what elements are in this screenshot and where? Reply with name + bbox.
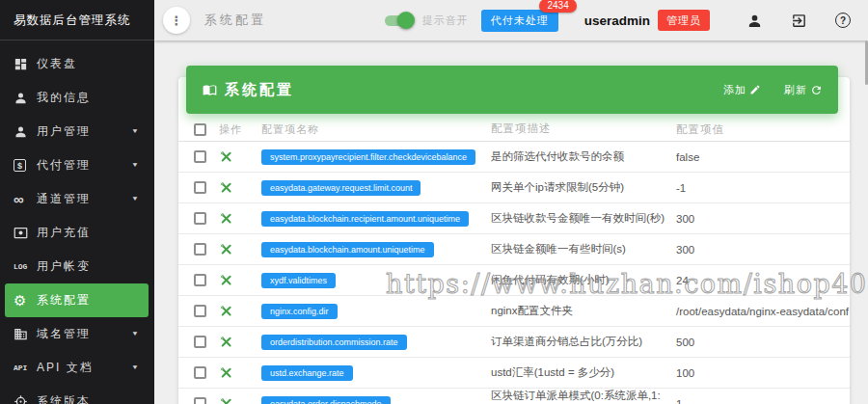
refresh-button[interactable]: 刷新: [784, 83, 823, 97]
edit-config-button[interactable]: [219, 149, 233, 164]
sidebar-item-my-info[interactable]: 我的信息 ▼: [5, 81, 149, 115]
config-name-badge[interactable]: easydata.gateway.request.limit.count: [261, 180, 420, 196]
sound-toggle[interactable]: [385, 15, 412, 26]
header-value: 配置项值: [676, 122, 850, 137]
topbar-right: 提示音开 代付未处理 2434 useradmin 管理员 ?: [385, 10, 868, 32]
more-vert-icon: ⋮: [171, 13, 183, 28]
config-value: 300: [676, 244, 850, 256]
config-value: 500: [676, 337, 850, 348]
target-icon: [14, 394, 37, 404]
sidebar-item-user-recharge[interactable]: 用户充值 ▼: [5, 216, 149, 250]
config-name-badge[interactable]: nginx.config.dir: [261, 304, 338, 319]
table-row: easydata.blockchain.amount.uniquetime 区块…: [178, 234, 850, 265]
row-checkbox[interactable]: [194, 212, 206, 225]
sidebar-item-label: 域名管理: [37, 326, 91, 342]
panel-actions: 添加 刷新: [723, 83, 823, 97]
config-description: 区块链收款号金额唯一有效时间(秒): [491, 211, 676, 227]
config-name-badge[interactable]: easydata.blockchain.amount.uniquetime: [261, 242, 434, 257]
sidebar-item-system-version[interactable]: 系统版本 ▼: [5, 385, 149, 404]
sidebar: 易数据后台管理系统 仪表盘 ▼ 我的信息 ▼ 用户管理 ▼ $ 代付管理 ▼ ∞…: [0, 0, 154, 404]
table-header-row: 操作 配置项名称 配置项描述 配置项值: [178, 118, 850, 142]
config-value: -1: [676, 182, 850, 194]
edit-config-button[interactable]: [219, 242, 233, 256]
logout-icon: [791, 13, 807, 29]
infinity-icon: ∞: [14, 192, 37, 206]
config-value: 24: [676, 275, 850, 286]
api-icon: API: [14, 364, 37, 372]
panel-title: 系统配置: [225, 81, 294, 99]
config-name-badge[interactable]: easydata.order.dispachmode: [261, 396, 391, 404]
chevron-down-icon: ▼: [131, 162, 141, 169]
pending-badge-label: 代付未处理: [491, 14, 549, 26]
sidebar-item-proxy-pay-management[interactable]: $ 代付管理 ▼: [5, 148, 149, 182]
tools-icon: [219, 396, 233, 404]
sidebar-item-label: 系统版本: [37, 393, 91, 404]
chevron-down-icon: ▼: [131, 331, 141, 337]
table-row: nginx.config.dir nginx配置文件夹 /root/easyda…: [178, 296, 850, 327]
edit-config-button[interactable]: [219, 180, 233, 195]
table-row: ustd.exchange.rate ustd汇率(1ustd = 多少分) 1…: [178, 358, 850, 389]
sidebar-item-label: 通道管理: [37, 191, 91, 207]
edit-config-button[interactable]: [219, 273, 233, 287]
sidebar-item-dashboard[interactable]: 仪表盘 ▼: [5, 47, 149, 81]
row-checkbox[interactable]: [194, 150, 206, 163]
domain-icon: [14, 327, 37, 341]
pending-proxy-pay-badge[interactable]: 代付未处理 2434: [481, 10, 558, 32]
sidebar-item-domain-management[interactable]: 域名管理 ▼: [5, 317, 149, 351]
role-badge: 管理员: [658, 10, 710, 31]
row-checkbox[interactable]: [194, 366, 206, 379]
config-value: 100: [676, 367, 850, 379]
pencil-icon: [749, 84, 761, 95]
row-checkbox[interactable]: [194, 305, 206, 317]
payment-icon: [14, 227, 37, 239]
panel-header: 系统配置 添加 刷新: [186, 66, 838, 114]
row-checkbox[interactable]: [194, 274, 206, 286]
header-ops: 操作: [219, 122, 261, 137]
page-title: 系统配置: [204, 12, 266, 29]
edit-config-button[interactable]: [219, 211, 233, 226]
log-icon: LOG: [14, 262, 37, 271]
header-name: 配置项名称: [261, 122, 491, 137]
dashboard-icon: [14, 57, 37, 71]
sidebar-collapse-button[interactable]: ⋮: [163, 7, 190, 34]
table-row: easydata.gateway.request.limit.count 网关单…: [178, 173, 850, 203]
config-description: 网关单个ip请求限制(5分钟): [491, 180, 676, 196]
config-description: 是的筛选代付收款号的余额: [491, 149, 676, 165]
help-button[interactable]: ?: [835, 13, 851, 28]
help-icon: ?: [835, 13, 851, 28]
logout-button[interactable]: [791, 13, 807, 29]
config-name-badge[interactable]: xydf.validtimes: [261, 273, 336, 288]
edit-config-button[interactable]: [219, 365, 233, 380]
sidebar-item-label: 我的信息: [37, 90, 91, 106]
topbar: ⋮ 系统配置 提示音开 代付未处理 2434 useradmin 管理员 ?: [154, 0, 868, 40]
sidebar-item-api-docs[interactable]: API API 文档 ▼: [5, 351, 149, 385]
sidebar-item-system-config[interactable]: ⚙ 系统配置 ▼: [5, 283, 149, 317]
tools-icon: [219, 365, 233, 380]
config-name-badge[interactable]: orderdistribution.commission.rate: [261, 335, 407, 350]
sidebar-item-label: 仪表盘: [37, 56, 77, 72]
row-checkbox[interactable]: [194, 243, 206, 256]
config-name-badge[interactable]: easydata.blockchain.recipient.amount.uni…: [261, 211, 469, 227]
edit-config-button[interactable]: [219, 396, 233, 404]
row-checkbox[interactable]: [194, 397, 206, 404]
tools-icon: [219, 211, 233, 226]
sidebar-item-user-account-log[interactable]: LOG 用户帐变 ▼: [5, 250, 149, 283]
sidebar-nav: 仪表盘 ▼ 我的信息 ▼ 用户管理 ▼ $ 代付管理 ▼ ∞ 通道管理 ▼ 用户…: [0, 40, 154, 404]
sidebar-item-user-management[interactable]: 用户管理 ▼: [5, 115, 149, 148]
gear-icon: ⚙: [14, 293, 37, 308]
config-name-badge[interactable]: system.proxypayrecipient.filter.checkdev…: [261, 149, 475, 165]
add-config-button[interactable]: 添加: [723, 83, 761, 97]
profile-button[interactable]: [746, 13, 763, 29]
edit-config-button[interactable]: [219, 304, 233, 318]
config-description: nginx配置文件夹: [491, 304, 676, 319]
config-description: 闲鱼代付码有效期(小时): [491, 273, 676, 288]
row-checkbox[interactable]: [194, 181, 206, 194]
config-name-badge[interactable]: ustd.exchange.rate: [261, 365, 353, 381]
row-checkbox[interactable]: [194, 336, 206, 348]
sidebar-item-channel-management[interactable]: ∞ 通道管理 ▼: [5, 182, 149, 216]
refresh-label: 刷新: [784, 83, 807, 97]
edit-config-button[interactable]: [219, 335, 233, 349]
chevron-down-icon: ▼: [131, 196, 141, 202]
main-content: 系统配置 添加 刷新 操作 配置项名称 配置项描述 配置项值: [154, 40, 868, 404]
select-all-checkbox[interactable]: [194, 123, 206, 136]
